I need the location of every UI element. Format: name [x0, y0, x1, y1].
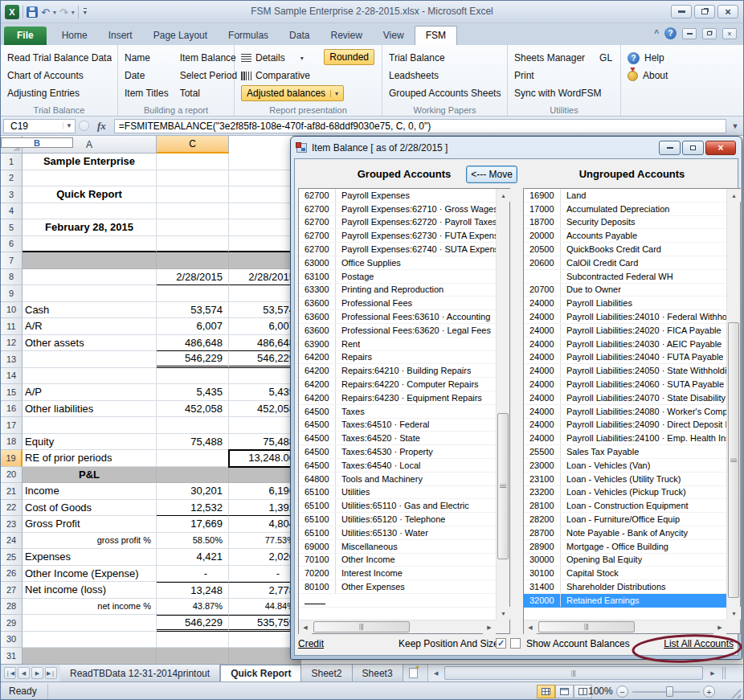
cell-A1[interactable]: Sample Enterprise [22, 154, 157, 170]
row-header-24[interactable]: 24 [1, 533, 22, 550]
workbook-close-button[interactable]: × [722, 28, 737, 39]
cell-A15[interactable]: A/P [22, 384, 157, 401]
cell-B31[interactable] [157, 648, 229, 665]
item-balance-button[interactable]: Item Balance [180, 49, 237, 67]
close-button[interactable]: × [717, 5, 738, 18]
scroll-left-icon[interactable]: ◀ [299, 620, 312, 634]
ribbon-tab-page-layout[interactable]: Page Layout [143, 27, 218, 45]
read-trial-balance-data-button[interactable]: Read Trial Balance Data [7, 49, 111, 67]
grouped-account-item-utilities-65130-water[interactable]: 65100Utilities:65130 · Water [299, 526, 496, 540]
cell-B15[interactable]: 5,435 [157, 384, 229, 401]
row-header-7[interactable]: 7 [1, 252, 22, 269]
ungrouped-account-item-payroll-liabilities-24090-direct-deposit[interactable]: 24000Payroll Liabilities:24090 · Direct … [524, 419, 726, 432]
ribbon-tab-insert[interactable]: Insert [98, 27, 143, 45]
grouped-account-item-payroll-expenses-62740-suta-expense[interactable]: 62700Payroll Expenses:62740 · SUTA Expen… [299, 243, 496, 256]
column-header-b[interactable]: B [1, 137, 73, 148]
cell-B9[interactable] [157, 285, 229, 302]
name-box-caret-icon[interactable]: ▼ [63, 122, 75, 129]
cell-A2[interactable] [22, 170, 157, 187]
row-header-4[interactable]: 4 [1, 203, 22, 220]
last-sheet-icon[interactable]: ▶❘ [45, 667, 57, 679]
row-header-25[interactable]: 25 [1, 549, 22, 566]
cell-B24[interactable]: 58.50% [157, 533, 229, 550]
row-header-15[interactable]: 15 [1, 384, 22, 401]
help-button[interactable]: Help [644, 49, 664, 67]
cell-A11[interactable]: A/R [22, 318, 157, 335]
cell-A3[interactable]: Quick Report [22, 186, 157, 203]
details-button[interactable]: Details [255, 49, 285, 67]
scroll-up-icon[interactable]: ▲ [727, 189, 741, 202]
ribbon-tab-data[interactable]: Data [279, 27, 320, 45]
cell-A21[interactable]: Income [22, 483, 157, 500]
formula-input[interactable]: =FSMITEMBALANCE("3e2f85f8-108e-470f-af8d… [114, 119, 726, 133]
ungrouped-account-item-land[interactable]: 16900Land [524, 189, 726, 203]
grouped-account-item-repairs-64210-building-repairs[interactable]: 64200Repairs:64210 · Building Repairs [299, 364, 496, 378]
cell-B22[interactable]: 12,532 [157, 500, 229, 517]
tab-split-handle[interactable] [722, 667, 727, 679]
zoom-in-button[interactable]: + [703, 686, 715, 698]
grouped-account-item-taxes-64520-state[interactable]: 64500Taxes:64520 · State [299, 432, 496, 445]
cell-A17[interactable] [22, 417, 157, 434]
ungrouped-account-item-due-to-owner[interactable]: 20700Due to Owner [524, 284, 726, 297]
ungrouped-account-item-payroll-liabilities-24060-suta-payable[interactable]: 24000Payroll Liabilities:24060 · SUTA Pa… [524, 378, 726, 391]
cell-A6[interactable] [22, 236, 157, 253]
cell-A14[interactable] [22, 368, 157, 385]
grouped-account-item-office-supplies[interactable]: 63000Office Supplies [299, 256, 496, 270]
cell-B14[interactable] [157, 368, 229, 385]
about-button[interactable]: About [643, 67, 668, 84]
ungrouped-account-item-payroll-liabilities-24020-fica-payable[interactable]: 24000Payroll Liabilities:24020 · FICA Pa… [524, 324, 726, 338]
grouped-account-item-repairs-64220-computer-repairs[interactable]: 64200Repairs:64220 · Computer Repairs [299, 378, 496, 391]
ungrouped-account-item-payroll-liabilities-24040-futa-payable[interactable]: 24000Payroll Liabilities:24040 · FUTA Pa… [524, 351, 726, 365]
cell-A23[interactable]: Gross Profit [22, 516, 157, 533]
row-header-1[interactable]: 1 [1, 154, 22, 170]
sync-with-wordfsm-button[interactable]: Sync with WordFSM [514, 84, 614, 102]
cell-B8[interactable]: 2/28/2015 [157, 269, 229, 286]
ungrouped-account-item-payroll-liabilities-24100-emp-health-ins[interactable]: 24000Payroll Liabilities:24100 · Emp. He… [524, 432, 726, 445]
cell-A7[interactable] [22, 252, 157, 269]
workbook-minimize-button[interactable] [682, 28, 697, 39]
scroll-left-icon[interactable]: ◀ [524, 620, 537, 634]
row-header-23[interactable]: 23 [1, 516, 22, 533]
dialog-title-bar[interactable]: Item Balance [ as of 2/28/2015 ] × [291, 137, 742, 158]
cell-A16[interactable]: Other liabilities [22, 401, 157, 418]
restore-button[interactable] [694, 5, 715, 18]
gl-button[interactable]: GL [599, 49, 612, 67]
cell-B10[interactable]: 53,574 [157, 302, 229, 319]
ungrouped-account-item-caloil-credit-card[interactable]: 20600CalOil Credit Card [524, 256, 726, 270]
cell-B28[interactable]: 43.87% [157, 599, 229, 616]
dialog-maximize-button[interactable] [682, 141, 704, 155]
grouped-account-item-tools-and-machinery[interactable]: 64800Tools and Machinery [299, 473, 496, 486]
dialog-close-button[interactable]: × [705, 141, 736, 155]
grouped-account-item-interest-income[interactable]: 70200Interest Income [299, 567, 496, 580]
ungrouped-account-item-loan-vehicles-utility-truck[interactable]: 23100Loan - Vehicles (Utility Truck) [524, 473, 726, 486]
row-header-12[interactable]: 12 [1, 335, 22, 352]
scroll-down-icon[interactable]: ▼ [727, 607, 741, 620]
ungrouped-account-item-subcontracted-federal-wh[interactable]: Subcontracted Federal WH [524, 270, 726, 284]
total-button[interactable]: Total [180, 84, 237, 102]
ungrouped-account-item-accumulated-depreciation[interactable]: 17000Accumulated Depreciation [524, 203, 726, 216]
row-header-13[interactable]: 13 [1, 351, 22, 368]
row-header-2[interactable]: 2 [1, 170, 22, 187]
row-header-5[interactable]: 5 [1, 219, 22, 236]
credit-link[interactable]: Credit [298, 638, 324, 649]
ungrouped-account-item-sales-tax-payable[interactable]: 25500Sales Tax Payable [524, 445, 726, 459]
cell-B4[interactable] [157, 203, 229, 220]
ungrouped-account-item-capital-stock[interactable]: 30100Capital Stock [524, 567, 726, 580]
ungrouped-accounts-list[interactable]: 16900Land17000Accumulated Depreciation18… [523, 188, 741, 634]
row-header-28[interactable]: 28 [1, 599, 22, 616]
sheets-manager-button[interactable]: Sheets Manager [514, 49, 585, 67]
trial-balance-button[interactable]: Trial Balance [389, 49, 501, 67]
ungrouped-horizontal-scrollbar[interactable]: ◀ ▶ [524, 620, 726, 633]
row-header-18[interactable]: 18 [1, 434, 22, 451]
scroll-down-icon[interactable]: ▼ [497, 607, 510, 620]
cell-A24[interactable]: gross profit % [22, 533, 157, 550]
cell-A27[interactable]: Net income (loss) [22, 582, 157, 599]
cell-A12[interactable]: Other assets [22, 335, 157, 352]
expand-formula-bar-icon[interactable]: ▼ [730, 122, 741, 130]
sheet-tab-sheet2[interactable]: Sheet2 [301, 665, 352, 682]
ungrouped-account-item-loan-vehicles-van[interactable]: 23000Loan - Vehicles (Van) [524, 459, 726, 473]
ungrouped-account-item-payroll-liabilities-24030-aeic-payable[interactable]: 24000Payroll Liabilities:24030 · AEIC Pa… [524, 338, 726, 351]
cell-B6[interactable] [157, 236, 229, 253]
ungrouped-account-item-payroll-liabilities-24010-federal-withho[interactable]: 24000Payroll Liabilities:24010 · Federal… [524, 310, 726, 324]
ungrouped-account-item-loan-furniture-office-equip[interactable]: 28200Loan - Furniture/Office Equip [524, 513, 726, 526]
